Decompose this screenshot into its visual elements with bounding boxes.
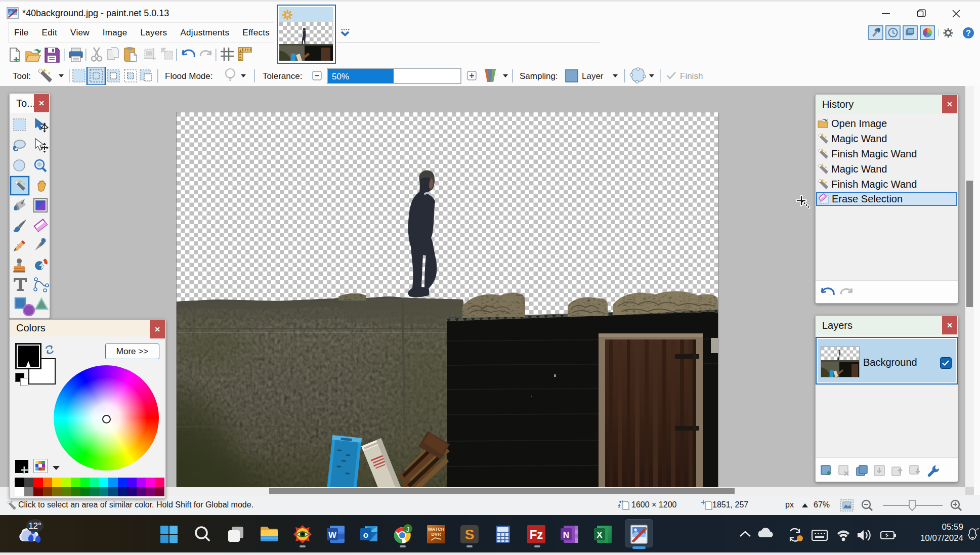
svg-text:WATCH: WATCH: [428, 527, 444, 532]
svg-text:12°: 12°: [28, 521, 41, 531]
svg-text:Fz: Fz: [530, 528, 543, 541]
svg-text:DVR: DVR: [431, 532, 441, 537]
svg-text:S: S: [465, 527, 475, 542]
svg-text:N: N: [563, 530, 569, 540]
svg-text:J: J: [406, 526, 410, 533]
svg-text:Flood Mode:: Flood Mode:: [165, 71, 213, 81]
svg-text:z: z: [977, 527, 979, 531]
svg-text:W: W: [328, 530, 337, 540]
svg-text:Finish: Finish: [680, 71, 703, 81]
svg-text:Sampling:: Sampling:: [520, 71, 558, 81]
svg-text:?: ?: [966, 29, 971, 37]
svg-text:Tolerance:: Tolerance:: [263, 71, 302, 81]
svg-text:Layer: Layer: [582, 71, 604, 81]
svg-text:o: o: [363, 530, 368, 540]
svg-text:X: X: [596, 530, 603, 540]
svg-text:50%: 50%: [332, 72, 349, 81]
